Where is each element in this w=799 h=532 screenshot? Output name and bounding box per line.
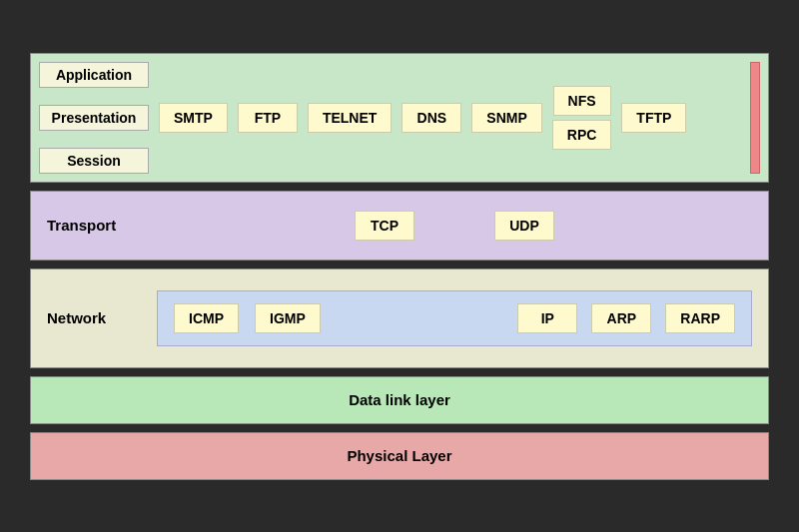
network-label: Network [47,309,157,326]
icmp-box: ICMP [174,303,239,333]
app-right-accent [750,62,760,174]
arp-box: ARP [591,303,651,333]
osi-diagram: Application Presentation Session SMTP FT… [30,53,769,480]
physical-layer: Physical Layer [30,432,769,480]
nfs-box: NFS [553,86,611,116]
application-label: Application [39,62,149,88]
igmp-box: IGMP [255,303,321,333]
rarp-box: RARP [665,303,735,333]
udp-box: UDP [494,211,554,241]
session-label: Session [39,148,149,174]
app-protocols: SMTP FTP TELNET DNS SNMP NFS RPC TFTP [159,62,742,174]
tftp-box: TFTP [621,103,686,133]
rpc-box: RPC [552,120,612,150]
app-layer: Application Presentation Session SMTP FT… [30,53,769,183]
datalink-layer: Data link layer [30,376,769,424]
datalink-label: Data link layer [349,391,450,408]
smtp-box: SMTP [159,103,228,133]
ftp-box: FTP [238,103,298,133]
nfs-rpc-group: NFS RPC [552,86,612,150]
ip-arp-group: IP ARP RARP [517,303,735,333]
physical-label: Physical Layer [347,447,451,464]
tcp-box: TCP [355,211,414,241]
app-layer-labels: Application Presentation Session [39,62,149,174]
presentation-label: Presentation [39,105,149,131]
telnet-box: TELNET [308,103,392,133]
snmp-box: SNMP [471,103,541,133]
dns-box: DNS [401,103,461,133]
transport-label: Transport [47,217,157,234]
network-inner: ICMP IGMP IP ARP RARP [157,290,752,346]
ip-box: IP [517,303,577,333]
transport-layer: Transport TCP UDP [30,191,769,261]
network-layer: Network ICMP IGMP IP ARP RARP [30,268,769,368]
transport-protocols: TCP UDP [157,211,752,241]
